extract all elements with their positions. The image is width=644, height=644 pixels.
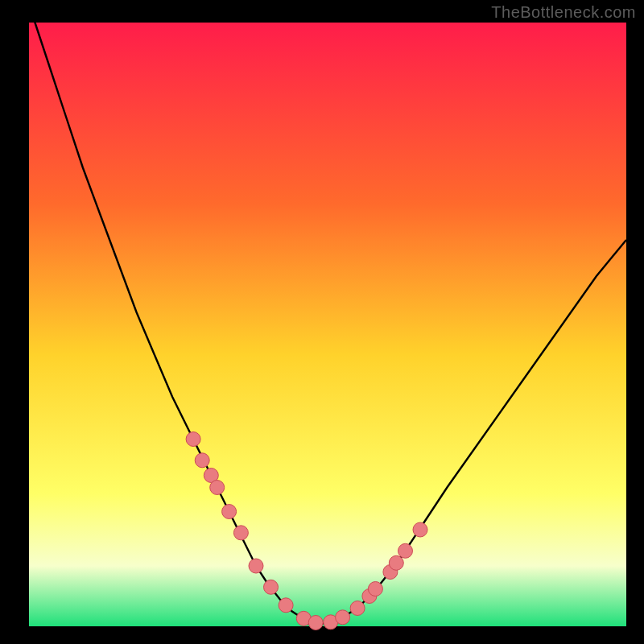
- marker-dot: [350, 601, 365, 616]
- marker-dot: [233, 526, 248, 540]
- marker-dot: [195, 453, 209, 468]
- marker-dot: [210, 481, 225, 495]
- marker-dot: [222, 505, 237, 519]
- marker-dot: [249, 559, 263, 573]
- marker-dot: [389, 555, 403, 570]
- marker-dot: [308, 616, 323, 630]
- marker-dot: [279, 598, 293, 613]
- watermark-text: TheBottleneck.com: [491, 3, 636, 22]
- marker-dot: [186, 432, 200, 447]
- chart-stage: TheBottleneck.com: [0, 0, 644, 644]
- marker-dot: [413, 522, 427, 537]
- plot-background: [29, 23, 626, 626]
- bottleneck-chart: [0, 0, 644, 644]
- marker-dot: [398, 543, 413, 558]
- marker-dot: [336, 610, 350, 625]
- marker-dot: [368, 582, 382, 597]
- marker-dot: [264, 580, 279, 594]
